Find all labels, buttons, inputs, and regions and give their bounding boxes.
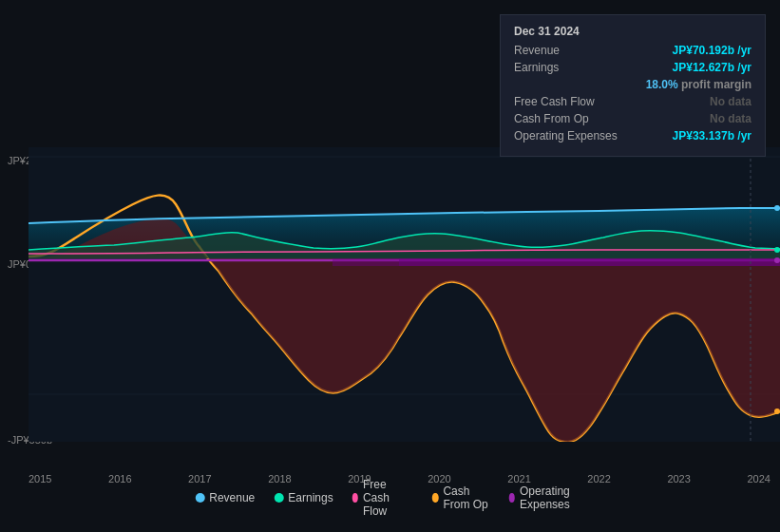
legend-label-opex: Operating Expenses (520, 484, 585, 511)
legend-label-earnings: Earnings (288, 491, 333, 504)
svg-point-7 (774, 257, 780, 263)
tooltip-row-margin: 18.0% profit margin (514, 78, 751, 91)
tooltip-value-cfo: No data (710, 112, 751, 125)
legend-label-revenue: Revenue (209, 491, 255, 504)
tooltip-value-margin: 18.0% profit margin (646, 78, 751, 91)
legend-item-revenue[interactable]: Revenue (195, 491, 255, 504)
tooltip-date: Dec 31 2024 (514, 25, 751, 38)
legend-item-fcf[interactable]: Free Cash Flow (352, 478, 413, 518)
legend-dot-fcf (352, 493, 358, 503)
x-label-2015: 2015 (29, 473, 51, 484)
x-label-2024: 2024 (747, 473, 770, 484)
tooltip-value-revenue: JP¥70.192b /yr (673, 44, 751, 57)
chart-svg (0, 147, 780, 442)
svg-point-5 (774, 205, 780, 211)
tooltip-label-opex: Operating Expenses (514, 129, 628, 142)
tooltip-row-opex: Operating Expenses JP¥33.137b /yr (514, 129, 751, 142)
tooltip-label-earnings: Earnings (514, 61, 628, 74)
x-label-2022: 2022 (587, 473, 610, 484)
tooltip-box: Dec 31 2024 Revenue JP¥70.192b /yr Earni… (500, 14, 766, 157)
x-label-2016: 2016 (108, 473, 131, 484)
svg-point-6 (774, 247, 780, 253)
x-label-2023: 2023 (667, 473, 690, 484)
tooltip-value-fcf: No data (710, 95, 751, 108)
tooltip-row-revenue: Revenue JP¥70.192b /yr (514, 44, 751, 57)
chart-container: Dec 31 2024 Revenue JP¥70.192b /yr Earni… (0, 0, 780, 532)
tooltip-label-fcf: Free Cash Flow (514, 95, 628, 108)
legend-dot-earnings (274, 493, 283, 503)
legend-dot-revenue (195, 493, 204, 503)
legend-dot-opex (509, 493, 515, 503)
tooltip-row-earnings: Earnings JP¥12.627b /yr (514, 61, 751, 74)
tooltip-label-cfo: Cash From Op (514, 112, 628, 125)
tooltip-row-fcf: Free Cash Flow No data (514, 95, 751, 108)
legend-item-cfo[interactable]: Cash From Op (432, 484, 490, 511)
chart-legend: Revenue Earnings Free Cash Flow Cash Fro… (195, 478, 585, 518)
legend-label-cfo: Cash From Op (443, 484, 489, 511)
tooltip-value-opex: JP¥33.137b /yr (673, 129, 751, 142)
legend-dot-cfo (432, 493, 438, 503)
tooltip-label-revenue: Revenue (514, 44, 628, 57)
legend-label-fcf: Free Cash Flow (363, 478, 413, 518)
legend-item-earnings[interactable]: Earnings (274, 491, 333, 504)
tooltip-value-earnings: JP¥12.627b /yr (673, 61, 751, 74)
tooltip-row-cfo: Cash From Op No data (514, 112, 751, 125)
legend-item-opex[interactable]: Operating Expenses (509, 484, 585, 511)
svg-point-8 (774, 408, 780, 414)
